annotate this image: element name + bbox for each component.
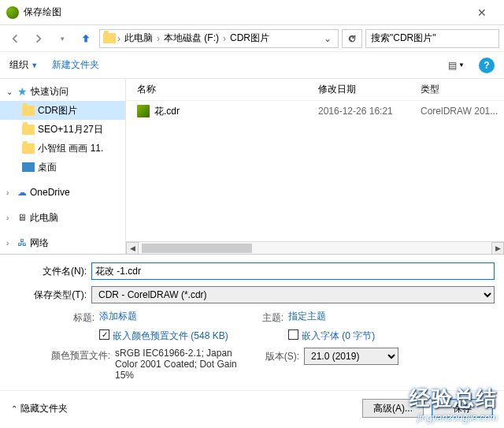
view-mode-button[interactable]: ▤ ▼	[448, 60, 465, 71]
tree-onedrive[interactable]: › ☁ OneDrive	[0, 183, 125, 202]
subject-value[interactable]: 指定主题	[288, 310, 326, 323]
titlebar: 保存绘图 ✕	[0, 0, 504, 25]
cloud-icon: ☁	[17, 187, 27, 198]
tree-item[interactable]: SEO+11月27日	[0, 120, 125, 139]
chevron-right-icon: ›	[223, 33, 226, 44]
new-folder-button[interactable]: 新建文件夹	[52, 58, 99, 72]
filename-label: 文件名(N):	[9, 265, 91, 278]
tree-label: SEO+11月27日	[38, 123, 103, 136]
tree-label: 快速访问	[31, 85, 69, 99]
help-button[interactable]: ?	[479, 58, 495, 73]
nav-bar: ▾ › 此电脑 › 本地磁盘 (F:) › CDR图片 ⌄ 搜索"CDR图片"	[0, 25, 504, 52]
col-type[interactable]: 类型	[421, 83, 439, 96]
advanced-button[interactable]: 高级(A)...	[362, 399, 424, 418]
column-headers: 名称 修改日期 类型	[126, 79, 504, 101]
subject-label: 主题:	[254, 310, 288, 325]
profile-value: sRGB IEC61966-2.1; Japan Color 2001 Coat…	[115, 348, 249, 381]
save-options: 文件名(N): 保存类型(T): CDR - CorelDRAW (*.cdr)…	[0, 254, 504, 390]
twisty-icon[interactable]: ⌄	[6, 87, 14, 96]
chevron-up-icon: ⌃	[11, 404, 17, 413]
desktop-icon	[22, 162, 35, 172]
tree-label: 小智组 画画 11.	[38, 142, 103, 155]
embed-font-label: 嵌入字体 (0 字节)	[302, 329, 375, 343]
file-type: CorelDRAW 201...	[421, 106, 498, 117]
tree-label: 桌面	[38, 161, 57, 174]
file-row[interactable]: 花.cdr 2016-12-26 16:21 CorelDRAW 201...	[126, 101, 504, 121]
tree-label: CDR图片	[38, 104, 77, 117]
window-title: 保存绘图	[24, 6, 61, 19]
hide-folders-label: 隐藏文件夹	[20, 402, 68, 415]
tree-item[interactable]: CDR图片	[0, 101, 125, 120]
twisty-icon[interactable]: ›	[6, 214, 14, 222]
tree-network[interactable]: › 🖧 网络	[0, 233, 125, 252]
tree-label: 网络	[30, 236, 49, 250]
close-button[interactable]: ✕	[466, 1, 498, 24]
file-list: 名称 修改日期 类型 花.cdr 2016-12-26 16:21 CorelD…	[126, 79, 504, 254]
toolbar: 组织 ▼ 新建文件夹 ▤ ▼ ?	[0, 52, 504, 79]
search-input[interactable]: 搜索"CDR图片"	[365, 29, 499, 48]
navigation-tree: ⌄ ★ 快速访问 CDR图片 SEO+11月27日 小智组 画画 11. 桌面 …	[0, 79, 126, 254]
col-name[interactable]: 名称	[137, 83, 318, 96]
save-button[interactable]: 保存	[432, 399, 493, 418]
cdr-file-icon	[137, 105, 150, 117]
hide-folders-toggle[interactable]: ⌃ 隐藏文件夹	[11, 402, 68, 415]
folder-icon	[103, 33, 116, 43]
chevron-right-icon: ›	[117, 33, 120, 44]
embed-font-checkbox[interactable]	[288, 329, 298, 340]
breadcrumb-seg[interactable]: CDR图片	[228, 32, 272, 45]
horizontal-scrollbar[interactable]: ◀ ▶	[126, 241, 504, 254]
breadcrumb-seg[interactable]: 本地磁盘 (F:)	[161, 32, 221, 45]
folder-icon	[22, 106, 35, 116]
up-button[interactable]	[76, 28, 96, 49]
tree-item[interactable]: 小智组 画画 11.	[0, 139, 125, 158]
forward-button[interactable]	[28, 28, 49, 49]
tree-thispc[interactable]: › 🖥 此电脑	[0, 208, 125, 227]
dialog-footer: ⌃ 隐藏文件夹 高级(A)... 保存	[0, 390, 504, 426]
folder-icon	[22, 143, 35, 154]
tree-item[interactable]: 桌面	[0, 158, 125, 177]
filetype-label: 保存类型(T):	[9, 288, 91, 302]
filename-input[interactable]	[91, 262, 495, 280]
embed-color-checkbox[interactable]	[99, 329, 109, 340]
tree-label: OneDrive	[30, 187, 70, 198]
tree-quick-access[interactable]: ⌄ ★ 快速访问	[0, 82, 125, 101]
file-date: 2016-12-26 16:21	[318, 106, 421, 117]
chevron-right-icon: ›	[157, 33, 160, 44]
tag-label: 标题:	[49, 310, 99, 325]
app-icon	[6, 6, 19, 19]
breadcrumb-seg[interactable]: 此电脑	[122, 32, 155, 45]
twisty-icon[interactable]: ›	[6, 239, 14, 247]
tree-label: 此电脑	[30, 211, 58, 225]
version-select[interactable]: 21.0 (2019)	[304, 348, 398, 365]
search-placeholder: 搜索"CDR图片"	[371, 32, 436, 45]
file-name: 花.cdr	[154, 105, 180, 118]
refresh-button[interactable]	[342, 29, 362, 48]
back-button[interactable]	[5, 28, 25, 49]
address-bar[interactable]: › 此电脑 › 本地磁盘 (F:) › CDR图片 ⌄	[99, 29, 339, 48]
star-icon: ★	[17, 85, 28, 98]
organize-menu[interactable]: 组织 ▼	[9, 58, 38, 72]
scroll-left-icon[interactable]: ◀	[126, 242, 139, 255]
scroll-thumb[interactable]	[142, 244, 252, 253]
recent-dropdown[interactable]: ▾	[52, 28, 72, 49]
embed-color-label: 嵌入颜色预置文件 (548 KB)	[113, 329, 228, 343]
twisty-icon[interactable]: ›	[6, 188, 14, 197]
version-label: 版本(S):	[254, 350, 304, 363]
pc-icon: 🖥	[17, 212, 27, 223]
folder-icon	[22, 125, 35, 135]
col-date[interactable]: 修改日期	[318, 83, 421, 96]
address-dropdown[interactable]: ⌄	[321, 33, 335, 44]
profile-label: 颜色预置文件:	[49, 348, 115, 363]
network-icon: 🖧	[17, 237, 27, 248]
tag-value[interactable]: 添加标题	[99, 310, 137, 323]
filetype-select[interactable]: CDR - CorelDRAW (*.cdr)	[91, 286, 495, 303]
scroll-right-icon[interactable]: ▶	[491, 242, 504, 255]
